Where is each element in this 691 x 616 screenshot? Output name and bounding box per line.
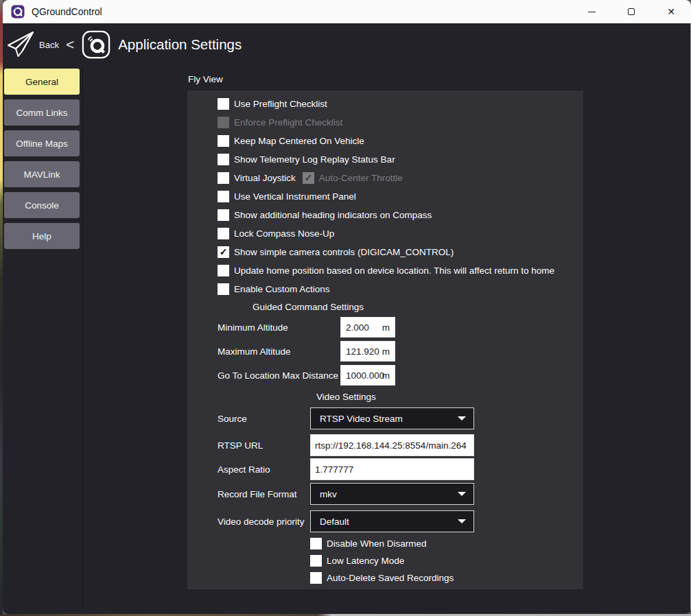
field-value: 121.920: [341, 346, 379, 357]
field-label: Source: [218, 414, 310, 424]
checkbox-label: Disable When Disarmed: [327, 538, 427, 549]
row-keep-map-centered[interactable]: Keep Map Centered On Vehicle: [218, 135, 364, 147]
row-heading-indicators[interactable]: Show additional heading indicators on Co…: [218, 209, 432, 221]
breadcrumb-separator: <: [66, 36, 74, 53]
sidebar-item-mavlink[interactable]: MAVLink: [4, 161, 80, 187]
row-telemetry-log-replay[interactable]: Show Telemetry Log Replay Status Bar: [218, 154, 395, 165]
checkbox-telemetry-log-replay[interactable]: [218, 154, 229, 165]
checkbox-heading-indicators[interactable]: [218, 209, 229, 221]
section-label-fly-view: Fly View: [188, 74, 223, 84]
checkbox-keep-map-centered[interactable]: [218, 135, 229, 147]
row-vertical-instrument-panel[interactable]: Use Vertical Instrument Panel: [218, 191, 356, 202]
field-label: RTSP URL: [218, 440, 310, 451]
dropdown-value: RTSP Video Stream: [311, 414, 403, 424]
dropdown-value: mkv: [311, 489, 337, 499]
field-label: Maximum Altitude: [218, 346, 340, 357]
maximum-altitude-field[interactable]: 121.920 m: [340, 341, 395, 362]
minimize-icon: [588, 12, 596, 12]
checkbox-update-home-position[interactable]: [218, 265, 229, 276]
checkbox-label: Auto-Center Throttle: [319, 173, 403, 183]
row-update-home-position[interactable]: Update home position based on device loc…: [218, 265, 554, 276]
field-unit: m: [382, 346, 390, 357]
checkbox-enable-custom-actions[interactable]: [218, 283, 229, 295]
video-settings-header: Video Settings: [316, 392, 376, 402]
field-unit: m: [382, 322, 390, 333]
row-rtsp-url: RTSP URL: [218, 434, 474, 456]
goto-max-distance-field[interactable]: 1000.000 m: [340, 365, 395, 386]
checkbox-enforce-preflight-checklist: [218, 117, 229, 128]
record-file-format-dropdown[interactable]: mkv: [310, 483, 474, 505]
checkbox-virtual-joystick[interactable]: [218, 172, 229, 184]
aspect-ratio-input[interactable]: [310, 458, 474, 480]
sidebar-item-offline-maps[interactable]: Offline Maps: [4, 130, 80, 156]
row-auto-delete-recordings[interactable]: Auto-Delete Saved Recordings: [310, 572, 454, 584]
row-enforce-preflight-checklist: Enforce Preflight Checklist: [218, 117, 342, 128]
sidebar-item-general[interactable]: General: [4, 69, 80, 95]
checkbox-label: Enforce Preflight Checklist: [234, 117, 342, 128]
video-decode-priority-dropdown[interactable]: Default: [310, 510, 474, 532]
checkbox-label: Show simple camera controls (DIGICAM_CON…: [234, 247, 454, 257]
checkbox-low-latency-mode[interactable]: [310, 555, 322, 567]
field-label: Video decode priority: [218, 517, 310, 527]
checkbox-auto-delete-recordings[interactable]: [310, 572, 322, 584]
checkbox-lock-compass-nose-up[interactable]: [218, 228, 229, 239]
sidebar-divider: [82, 66, 83, 611]
qgc-app-icon: [11, 5, 25, 19]
minimize-button[interactable]: [572, 0, 611, 23]
maximize-icon: [628, 8, 635, 15]
window-controls: ✕: [572, 0, 691, 23]
chevron-down-icon: [458, 519, 466, 523]
checkbox-use-preflight-checklist[interactable]: [218, 98, 229, 110]
window-title: QGroundControl: [32, 6, 102, 17]
sidebar-item-help[interactable]: Help: [4, 223, 80, 249]
maximize-button[interactable]: [611, 0, 651, 23]
checkbox-auto-center-throttle: [303, 172, 314, 184]
row-disable-when-disarmed[interactable]: Disable When Disarmed: [310, 538, 427, 549]
checkbox-simple-camera-controls[interactable]: [218, 246, 229, 258]
fly-view-settings-panel: Use Preflight Checklist Enforce Prefligh…: [187, 91, 583, 589]
settings-header: Back < Application Settings: [3, 23, 691, 66]
checkbox-label: Show additional heading indicators on Co…: [234, 210, 432, 220]
checkbox-disable-when-disarmed[interactable]: [310, 538, 322, 549]
checkbox-vertical-instrument-panel[interactable]: [218, 191, 229, 202]
back-button[interactable]: Back: [39, 40, 59, 50]
row-goto-max-distance: Go To Location Max Distance 1000.000 m: [218, 365, 395, 386]
field-value: 2.000: [341, 322, 369, 333]
row-use-preflight-checklist[interactable]: Use Preflight Checklist: [218, 98, 327, 110]
checkbox-label: Show Telemetry Log Replay Status Bar: [234, 154, 395, 165]
close-button[interactable]: ✕: [651, 0, 691, 23]
row-low-latency-mode[interactable]: Low Latency Mode: [310, 555, 404, 567]
row-simple-camera-controls[interactable]: Show simple camera controls (DIGICAM_CON…: [218, 246, 454, 258]
field-label: Minimum Altitude: [218, 322, 340, 333]
sidebar-item-comm-links[interactable]: Comm Links: [4, 99, 80, 126]
field-value: 1000.000: [341, 370, 384, 381]
checkbox-label: Use Vertical Instrument Panel: [234, 191, 356, 202]
screen: QGroundControl ✕ Back <: [0, 0, 691, 616]
row-video-decode-priority: Video decode priority Default: [218, 510, 474, 532]
checkbox-label: Use Preflight Checklist: [234, 99, 327, 109]
row-video-source: Source RTSP Video Stream: [218, 407, 474, 429]
video-source-dropdown[interactable]: RTSP Video Stream: [310, 407, 474, 429]
rtsp-url-input[interactable]: [310, 434, 474, 456]
checkbox-label: Update home position based on device loc…: [234, 265, 554, 276]
minimum-altitude-field[interactable]: 2.000 m: [340, 317, 395, 337]
row-enable-custom-actions[interactable]: Enable Custom Actions: [218, 283, 330, 295]
paper-plane-icon[interactable]: [7, 31, 34, 58]
dropdown-value: Default: [311, 517, 349, 527]
close-icon: ✕: [667, 7, 675, 16]
row-maximum-altitude: Maximum Altitude 121.920 m: [218, 341, 395, 362]
qgroundcontrol-window: QGroundControl ✕ Back <: [3, 0, 691, 614]
sidebar-item-console[interactable]: Console: [4, 192, 80, 218]
row-virtual-joystick[interactable]: Virtual Joystick Auto-Center Throttle: [218, 172, 403, 184]
row-minimum-altitude: Minimum Altitude 2.000 m: [218, 317, 395, 337]
field-label: Record File Format: [218, 489, 310, 499]
row-lock-compass-nose-up[interactable]: Lock Compass Nose-Up: [218, 228, 334, 239]
checkbox-label: Lock Compass Nose-Up: [234, 228, 334, 239]
checkbox-label: Auto-Delete Saved Recordings: [327, 573, 454, 583]
row-aspect-ratio: Aspect Ratio: [218, 458, 474, 480]
title-bar: QGroundControl ✕: [3, 0, 691, 23]
checkbox-label: Low Latency Mode: [327, 556, 404, 566]
chevron-down-icon: [458, 416, 466, 420]
field-label: Go To Location Max Distance: [218, 370, 340, 381]
field-label: Aspect Ratio: [218, 464, 310, 475]
